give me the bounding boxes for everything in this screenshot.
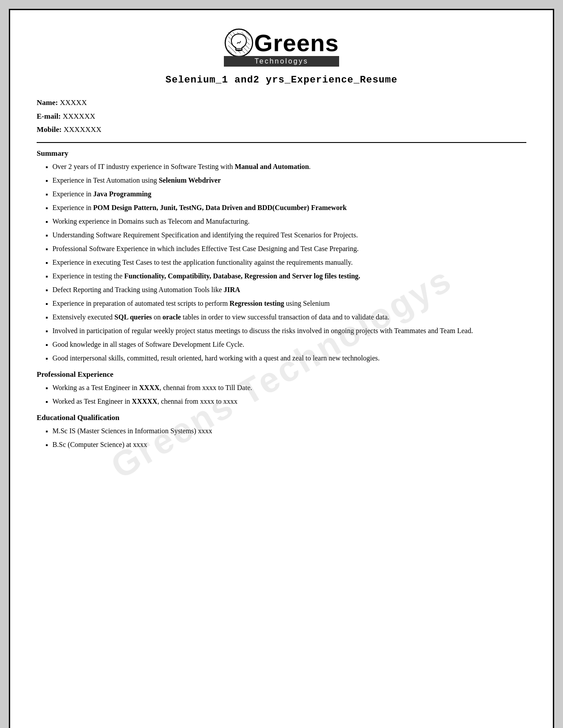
email-line: E-mail: XXXXXX <box>37 110 526 124</box>
bold-manual-automation: Manual and Automation <box>235 163 309 170</box>
prof-item-1: Working as a Test Engineer in XXXX, chen… <box>53 383 526 393</box>
summary-item-11: Experience in preparation of automated t… <box>53 298 526 309</box>
email-value: XXXXXX <box>63 112 95 120</box>
summary-list: Over 2 years of IT industry experience i… <box>45 161 526 364</box>
mobile-label: Mobile: <box>37 125 62 134</box>
list-item: Experience in Test Automation using Sele… <box>45 175 526 186</box>
logo-top: Greens <box>224 28 339 58</box>
summary-item-6: Understanding Software Requirement Speci… <box>53 230 526 240</box>
summary-item-5: Working experience in Domains such as Te… <box>53 216 526 227</box>
list-item: Experience in POM Design Pattern, Junit,… <box>45 203 526 214</box>
email-label: E-mail: <box>37 112 61 120</box>
edu-item-1: M.Sc IS (Master Sciences in Information … <box>53 426 526 436</box>
list-item: Experience in executing Test Cases to te… <box>45 257 526 268</box>
professional-experience-heading: Professional Experience <box>37 370 526 379</box>
logo-greens-text: Greens <box>254 29 339 56</box>
list-item: Extensively executed SQL queries on orac… <box>45 312 526 323</box>
list-item: Understanding Software Requirement Speci… <box>45 230 526 241</box>
personal-info: Name: XXXXX E-mail: XXXXXX Mobile: XXXXX… <box>37 96 526 137</box>
bold-company1: XXXX <box>139 384 159 391</box>
bold-jira: JIRA <box>224 286 240 293</box>
logo-icon <box>224 28 254 58</box>
mobile-value: XXXXXXX <box>64 125 102 134</box>
edu-item-2: B.Sc (Computer Science) at xxxx <box>53 439 526 450</box>
name-value: XXXXX <box>60 98 87 107</box>
list-item: Worked as Test Engineer in XXXXX, chenna… <box>45 396 526 407</box>
resume-page: Greens Technologys <box>9 9 554 728</box>
list-item: Defect Reporting and Tracking using Auto… <box>45 285 526 296</box>
list-item: Good interpersonal skills, committed, re… <box>45 353 526 364</box>
summary-item-3: Experience in Java Programming <box>53 189 526 199</box>
prof-item-2: Worked as Test Engineer in XXXXX, chenna… <box>53 396 526 407</box>
list-item: M.Sc IS (Master Sciences in Information … <box>45 426 526 437</box>
list-item: Experience in Java Programming <box>45 189 526 200</box>
summary-item-14: Good knowledge in all stages of Software… <box>53 339 526 350</box>
summary-item-13: Involved in participation of regular wee… <box>53 326 526 336</box>
list-item: Working experience in Domains such as Te… <box>45 216 526 227</box>
section-divider <box>37 142 526 143</box>
bold-selenium: Selenium Webdriver <box>159 176 221 184</box>
educational-qualification-heading: Educational Qualification <box>37 413 526 422</box>
list-item: Good knowledge in all stages of Software… <box>45 339 526 350</box>
bold-pom: POM Design Pattern, Junit, TestNG, Data … <box>93 204 347 211</box>
summary-item-2: Experience in Test Automation using Sele… <box>53 175 526 186</box>
name-label: Name: <box>37 98 58 107</box>
bold-sql: SQL queries <box>114 313 152 321</box>
list-item: Involved in participation of regular wee… <box>45 326 526 337</box>
summary-item-1: Over 2 years of IT industry experience i… <box>53 161 526 172</box>
logo-container: Greens Technologys <box>224 28 339 67</box>
name-line: Name: XXXXX <box>37 96 526 110</box>
summary-item-7: Professional Software Experience in whic… <box>53 244 526 254</box>
professional-experience-list: Working as a Test Engineer in XXXX, chen… <box>45 383 526 407</box>
logo-technologies-text: Technologys <box>224 56 339 67</box>
bold-regression: Regression testing <box>230 300 284 307</box>
list-item: Professional Software Experience in whic… <box>45 244 526 255</box>
bold-java: Java Programming <box>93 190 151 198</box>
list-item: Over 2 years of IT industry experience i… <box>45 161 526 173</box>
educational-qualification-list: M.Sc IS (Master Sciences in Information … <box>45 426 526 450</box>
summary-heading: Summary <box>37 149 526 158</box>
summary-item-10: Defect Reporting and Tracking using Auto… <box>53 285 526 295</box>
summary-item-15: Good interpersonal skills, committed, re… <box>53 353 526 364</box>
list-item: B.Sc (Computer Science) at xxxx <box>45 439 526 450</box>
list-item: Experience in preparation of automated t… <box>45 298 526 309</box>
bold-company2: XXXXX <box>132 398 158 405</box>
resume-title: Selenium_1 and2 yrs_Experience_Resume <box>37 75 526 86</box>
summary-item-12: Extensively executed SQL queries on orac… <box>53 312 526 323</box>
list-item: Working as a Test Engineer in XXXX, chen… <box>45 383 526 394</box>
summary-item-4: Experience in POM Design Pattern, Junit,… <box>53 203 526 213</box>
mobile-line: Mobile: XXXXXXX <box>37 123 526 137</box>
summary-item-9: Experience in testing the Functionality,… <box>53 271 526 281</box>
header: Greens Technologys <box>37 28 526 67</box>
summary-item-8: Experience in executing Test Cases to te… <box>53 257 526 268</box>
bold-functionality: Functionality, Compatibility, Database, … <box>124 272 360 280</box>
lightbulb-icon <box>224 28 254 58</box>
bold-oracle: oracle <box>162 313 181 321</box>
list-item: Experience in testing the Functionality,… <box>45 271 526 282</box>
